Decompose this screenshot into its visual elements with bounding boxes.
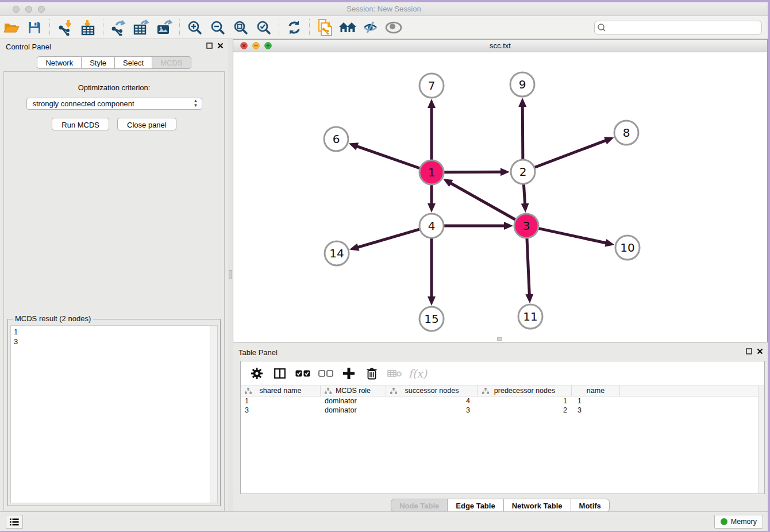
table-scrollbar[interactable]	[758, 386, 764, 493]
birdseye-view-icon[interactable]	[382, 18, 405, 37]
save-session-icon[interactable]	[23, 18, 46, 37]
automation-panel-button[interactable]	[6, 515, 23, 529]
graph-node-label: 3	[523, 219, 530, 233]
panel-divider[interactable]	[228, 39, 233, 515]
memory-button[interactable]: Memory	[714, 515, 763, 529]
node-table-content: f(x) shared nameMCDS rolesuccessor nodes…	[240, 361, 765, 494]
network-canvas[interactable]: 7968124314101511	[233, 52, 767, 341]
table-cell[interactable]: 2	[478, 406, 572, 415]
main-toolbar	[0, 16, 768, 39]
table-cell[interactable]: dominator	[321, 406, 386, 415]
graph-node-label: 10	[620, 241, 634, 255]
close-panel-icon[interactable]	[217, 43, 224, 49]
settings-gear-icon[interactable]	[247, 364, 267, 383]
table-cell[interactable]: 1	[478, 396, 572, 406]
edge-3-11[interactable]	[527, 238, 530, 298]
zoom-selected-icon[interactable]	[252, 18, 275, 37]
application-window: Session: New Session	[0, 2, 768, 531]
column-header-predecessor-nodes[interactable]: predecessor nodes	[478, 385, 572, 396]
network-file-icon[interactable]	[313, 18, 336, 37]
hierarchy-icon	[245, 388, 252, 394]
table-cell[interactable]: dominator	[321, 396, 386, 406]
table-row[interactable]: 3dominator323	[241, 406, 764, 415]
tab-motifs[interactable]: Motifs	[571, 499, 610, 512]
network-resize-grip[interactable]	[497, 337, 502, 341]
float-table-panel-icon[interactable]	[746, 348, 752, 354]
edge-1-2[interactable]	[444, 172, 504, 172]
table-cell[interactable]: 3	[572, 406, 620, 415]
mcds-result-line: 1	[14, 327, 217, 337]
tab-network[interactable]: Network	[37, 56, 82, 69]
edge-arrowhead	[525, 294, 533, 303]
memory-status-icon	[721, 518, 727, 525]
deselect-all-checkboxes-icon[interactable]	[315, 364, 336, 383]
table-panel-header: Table Panel	[233, 345, 768, 360]
table-cell[interactable]: 3	[241, 406, 321, 415]
control-panel: Control Panel NetworkStyleSelectMCDS Opt…	[0, 39, 228, 515]
zoom-in-icon[interactable]	[183, 18, 206, 37]
graph-node-label: 4	[428, 219, 436, 233]
zoom-out-icon[interactable]	[206, 18, 229, 37]
column-header-mcds-role[interactable]: MCDS role	[321, 385, 386, 396]
export-image-icon[interactable]	[153, 18, 176, 37]
tab-node-table[interactable]: Node Table	[391, 499, 448, 512]
tab-network-table[interactable]: Network Table	[504, 499, 571, 512]
node-table: shared nameMCDS rolesuccessor nodesprede…	[241, 385, 764, 415]
edge-3-10[interactable]	[539, 229, 609, 244]
import-table-icon[interactable]	[76, 18, 99, 37]
table-cell[interactable]: 1	[572, 396, 620, 406]
edge-3-1[interactable]	[448, 182, 515, 219]
control-panel-header: Control Panel	[0, 39, 228, 54]
edge-2-9[interactable]	[522, 103, 523, 159]
edge-4-14[interactable]	[355, 229, 419, 248]
open-session-icon[interactable]	[0, 18, 23, 37]
tab-edge-table[interactable]: Edge Table	[448, 499, 503, 512]
edge-arrowhead	[349, 142, 359, 150]
delete-column-trash-icon[interactable]	[361, 364, 382, 383]
result-scrollbar[interactable]	[210, 326, 217, 503]
export-network-icon[interactable]	[107, 18, 130, 37]
table-rows: 1dominator4113dominator323	[241, 396, 764, 415]
network-window-title: scc.txt	[233, 41, 767, 50]
split-panel-icon[interactable]	[270, 364, 290, 383]
close-table-panel-icon[interactable]	[757, 348, 763, 354]
search-input[interactable]	[607, 22, 761, 33]
column-header-shared-name[interactable]: shared name	[241, 385, 321, 396]
table-row[interactable]: 1dominator411	[241, 396, 764, 406]
graph-node-label: 15	[424, 312, 438, 326]
add-column-icon[interactable]	[338, 364, 359, 383]
select-all-checkboxes-icon[interactable]	[292, 364, 313, 383]
tab-select[interactable]: Select	[115, 56, 152, 69]
export-table-icon[interactable]	[130, 18, 153, 37]
float-panel-icon[interactable]	[206, 43, 213, 49]
search-box	[594, 21, 762, 34]
home-icon[interactable]	[336, 18, 359, 37]
column-header-name[interactable]: name	[572, 385, 620, 396]
column-header-successor-nodes[interactable]: successor nodes	[386, 385, 478, 396]
hide-graphics-details-icon[interactable]	[359, 18, 382, 37]
criterion-select[interactable]: strongly connected component ▲▼	[26, 98, 202, 110]
hierarchy-icon	[325, 388, 332, 394]
edge-arrowhead	[428, 296, 436, 306]
refresh-icon[interactable]	[283, 18, 306, 37]
graph-node-label: 14	[329, 246, 344, 260]
table-cell[interactable]: 3	[386, 406, 478, 415]
tab-mcds[interactable]: MCDS	[152, 56, 191, 69]
table-toolbar: f(x)	[241, 361, 764, 385]
run-mcds-button[interactable]: Run MCDS	[52, 118, 109, 130]
import-network-icon[interactable]	[53, 18, 76, 37]
mcds-result-textarea[interactable]: 1 3	[10, 325, 218, 503]
function-builder-icon: f(x)	[407, 364, 428, 383]
table-cell[interactable]: 4	[386, 396, 478, 406]
edge-arrowhead	[521, 203, 529, 213]
close-panel-button[interactable]: Close panel	[117, 118, 176, 130]
tab-style[interactable]: Style	[82, 56, 115, 69]
network-window-titlebar: scc.txt	[233, 40, 767, 52]
edge-1-6[interactable]	[354, 145, 419, 168]
table-cell[interactable]: 1	[241, 396, 321, 406]
table-header-row: shared nameMCDS rolesuccessor nodesprede…	[241, 385, 764, 396]
zoom-fit-icon[interactable]	[229, 18, 252, 37]
hierarchy-icon	[390, 388, 397, 394]
mcds-result-group: MCDS result (2 nodes) 1 3	[7, 319, 221, 506]
edge-2-8[interactable]	[535, 140, 609, 168]
